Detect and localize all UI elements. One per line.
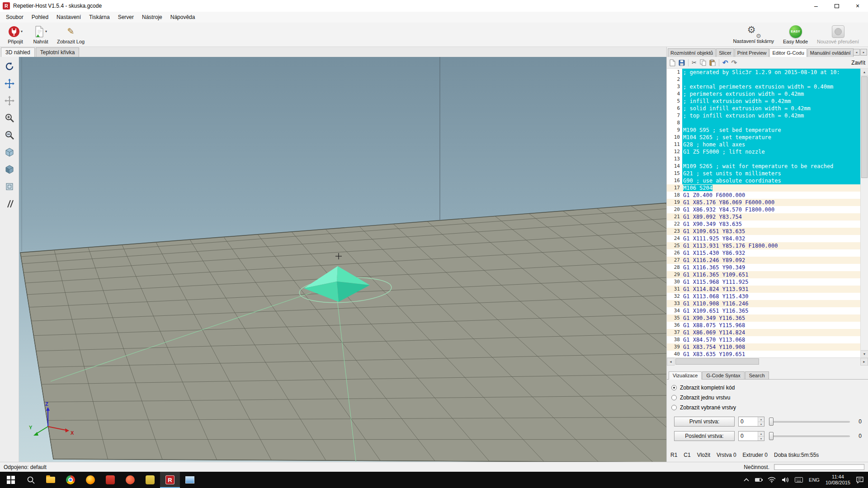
gcode-line-21[interactable]: 21G1 X89.092 Y83.754 — [667, 213, 860, 221]
firefox-button[interactable] — [80, 472, 100, 488]
tab-scroll-left-button[interactable]: ◄ — [853, 49, 860, 56]
easy-mode-button[interactable]: EASY Easy Mode — [779, 23, 811, 47]
scroll-up-icon[interactable]: ▲ — [861, 69, 868, 76]
editor-vertical-scrollbar[interactable]: ▲ ▼ — [860, 69, 868, 357]
editor-close-button[interactable]: Zavřít — [851, 60, 865, 66]
last-layer-button[interactable]: Poslední vrstva: — [674, 431, 735, 441]
gcode-line-3[interactable]: 3; external perimeters extrusion width =… — [667, 83, 860, 90]
gcode-line-33[interactable]: 33G1 X110.908 Y116.246 — [667, 300, 860, 307]
language-indicator[interactable]: ENG — [809, 477, 820, 483]
gcode-line-35[interactable]: 35G1 X90.349 Y116.365 — [667, 314, 860, 322]
scroll-right-icon[interactable]: ► — [860, 358, 868, 366]
spin-down-icon[interactable]: ▾ — [758, 422, 764, 427]
gcode-line-28[interactable]: 28G1 X116.365 Y90.349 — [667, 264, 860, 271]
vscroll-thumb[interactable] — [861, 76, 868, 178]
radio-zobrazit-kompletni-kod[interactable]: Zobrazit kompletní kód — [671, 383, 864, 392]
gcode-editor[interactable]: 1; generated by Slic3r 1.2.9 on 2015-08-… — [667, 69, 868, 358]
show-log-button[interactable]: ✎ Zobrazit Log — [53, 23, 88, 47]
gcode-line-36[interactable]: 36G1 X88.075 Y115.968 — [667, 322, 860, 329]
printer-settings-button[interactable]: ⚙⚙ Nastavení tiskárny — [730, 23, 778, 47]
zoom-out-icon[interactable] — [4, 129, 15, 141]
parallel-projection-icon[interactable] — [4, 198, 15, 210]
file-explorer-button[interactable] — [41, 472, 61, 488]
gcode-line-39[interactable]: 39G1 X83.754 Y110.908 — [667, 343, 860, 351]
view-top-icon[interactable] — [4, 181, 15, 192]
battery-icon[interactable] — [755, 478, 762, 482]
move-viewport-icon[interactable] — [4, 95, 15, 107]
radio-dot[interactable] — [671, 405, 677, 410]
gcode-line-31[interactable]: 31G1 X114.824 Y113.931 — [667, 286, 860, 293]
tab-rozmisteni-objektu[interactable]: Rozmístění objektů — [668, 48, 716, 57]
gcode-line-27[interactable]: 27G1 X116.246 Y89.092 — [667, 257, 860, 264]
gcode-line-22[interactable]: 22G1 X90.349 Y83.635 — [667, 221, 860, 228]
gcode-line-32[interactable]: 32G1 X113.068 Y115.430 — [667, 293, 860, 300]
tab-3d-nahled[interactable]: 3D náhled — [1, 47, 35, 57]
view-front-icon[interactable] — [4, 164, 15, 175]
chrome-button[interactable] — [61, 472, 80, 488]
touch-keyboard-icon[interactable] — [795, 477, 803, 483]
gcode-line-19[interactable]: 19G1 X85.176 Y86.069 F6000.000 — [667, 199, 860, 206]
first-layer-value[interactable]: 0 — [739, 417, 758, 426]
menu-nastaveni[interactable]: Nastavení — [52, 13, 85, 22]
close-button[interactable]: × — [847, 0, 868, 12]
new-file-icon[interactable] — [670, 59, 675, 66]
tab-scroll-right-button[interactable]: ► — [860, 49, 867, 56]
gcode-line-7[interactable]: 7; top infill extrusion width = 0.42mm — [667, 112, 860, 119]
tab-print-preview[interactable]: Print Preview — [735, 48, 769, 57]
gcode-line-6[interactable]: 6; solid infill extrusion width = 0.42mm — [667, 105, 860, 112]
gcode-line-25[interactable]: 25G1 X113.931 Y85.176 F1800.000 — [667, 242, 860, 249]
connect-dropdown-icon[interactable]: ▾ — [21, 29, 23, 33]
gcode-line-15[interactable]: 15G21 ; set units to millimeters — [667, 170, 860, 177]
tab-slicer[interactable]: Slicer — [716, 48, 734, 57]
gcode-line-1[interactable]: 1; generated by Slic3r 1.2.9 on 2015-08-… — [667, 69, 860, 76]
gcode-line-14[interactable]: 14M109 S265 ; wait for temperature to be… — [667, 163, 860, 170]
load-dropdown-icon[interactable]: ▾ — [45, 29, 47, 33]
radio-dot[interactable] — [671, 395, 677, 400]
app-yellow-button[interactable] — [140, 472, 160, 488]
redo-icon[interactable]: ↷ — [731, 59, 737, 67]
hscroll-thumb[interactable] — [675, 358, 759, 365]
notification-center-icon[interactable] — [856, 477, 863, 483]
gcode-line-26[interactable]: 26G1 X115.430 Y86.932 — [667, 249, 860, 257]
tab-manualni-ovladani[interactable]: Manuální ovládání — [807, 48, 854, 57]
tray-chevron-icon[interactable] — [744, 478, 749, 482]
minimize-button[interactable]: – — [806, 0, 826, 12]
last-layer-value[interactable]: 0 — [739, 432, 758, 441]
radio-zobrazit-vybrane-vrstvy[interactable]: Zobrazit vybrané vrstvy — [671, 403, 864, 412]
rotate-view-icon[interactable] — [4, 61, 15, 72]
first-layer-slider[interactable] — [768, 417, 851, 427]
maximize-button[interactable] — [826, 0, 847, 12]
last-layer-slider[interactable] — [768, 431, 851, 441]
gcode-line-12[interactable]: 12G1 Z5 F5000 ; lift nozzle — [667, 148, 860, 155]
editor-horizontal-scrollbar[interactable]: ◄ ► — [667, 358, 868, 366]
tab-search[interactable]: Search — [745, 371, 769, 379]
spin-up-icon[interactable]: ▴ — [758, 432, 764, 436]
gcode-line-17[interactable]: 17M106 S204 — [667, 184, 860, 192]
first-layer-spinner[interactable]: 0 ▴ ▾ — [738, 417, 764, 427]
slider-handle[interactable] — [769, 432, 774, 440]
gcode-line-38[interactable]: 38G1 X84.570 Y113.068 — [667, 336, 860, 343]
app-red-button[interactable] — [100, 472, 120, 488]
menu-soubor[interactable]: Soubor — [2, 13, 28, 22]
menu-nastroje[interactable]: Nástroje — [138, 13, 166, 22]
gcode-line-8[interactable]: 8 — [667, 119, 860, 127]
start-button[interactable] — [1, 472, 21, 488]
tab-teplotni-krivka[interactable]: Teplotní křivka — [36, 47, 80, 57]
connect-button[interactable]: ▾ Připojit — [3, 23, 28, 47]
repetier-host-taskbar-button[interactable]: R — [160, 472, 180, 488]
gcode-line-4[interactable]: 4; perimeters extrusion width = 0.42mm — [667, 90, 860, 98]
gcode-line-29[interactable]: 29G1 X116.365 Y109.651 — [667, 271, 860, 278]
gcode-line-34[interactable]: 34G1 X109.651 Y116.365 — [667, 307, 860, 314]
move-object-icon[interactable] — [4, 78, 15, 89]
emergency-stop-button[interactable]: Nouzové přerušení — [813, 23, 863, 47]
viewport-3d[interactable]: Z X Y — [19, 57, 666, 462]
last-layer-spinner[interactable]: 0 ▴ ▾ — [738, 431, 764, 441]
gcode-line-2[interactable]: 2 — [667, 76, 860, 83]
app-window-button[interactable] — [180, 472, 200, 488]
paste-icon[interactable] — [709, 59, 716, 66]
gcode-line-13[interactable]: 13 — [667, 155, 860, 163]
gcode-line-40[interactable]: 40G1 X83.635 Y109.651 — [667, 351, 860, 358]
spin-up-icon[interactable]: ▴ — [758, 417, 764, 422]
gcode-line-18[interactable]: 18G1 Z0.400 F6000.000 — [667, 192, 860, 199]
gcode-line-24[interactable]: 24G1 X111.925 Y84.032 — [667, 235, 860, 242]
